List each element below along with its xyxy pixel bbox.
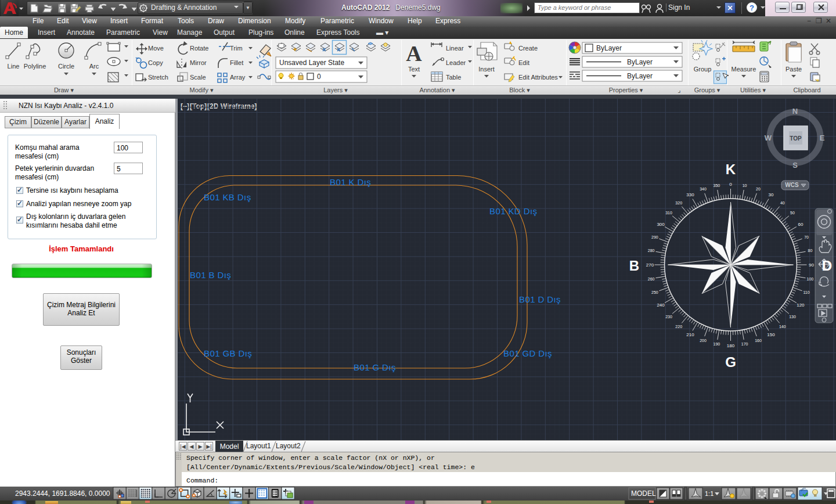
svg-text:180: 180 — [727, 343, 735, 348]
svg-text:90: 90 — [809, 262, 814, 268]
svg-text:W: W — [765, 134, 772, 142]
svg-text:50: 50 — [790, 211, 795, 215]
svg-text:260: 260 — [648, 277, 655, 281]
svg-text:350: 350 — [714, 183, 720, 188]
svg-text:130: 130 — [789, 315, 796, 319]
svg-text:100: 100 — [807, 277, 814, 281]
svg-text:330: 330 — [686, 192, 694, 197]
svg-text:210: 210 — [686, 332, 694, 337]
svg-text:240: 240 — [657, 303, 665, 308]
svg-text:230: 230 — [665, 315, 672, 319]
svg-text:140: 140 — [779, 325, 786, 329]
svg-text:0: 0 — [317, 73, 321, 81]
svg-text:340: 340 — [700, 187, 707, 191]
svg-text:80: 80 — [808, 249, 813, 253]
svg-text:290: 290 — [651, 235, 658, 239]
svg-text:ByLayer: ByLayer — [627, 58, 653, 66]
svg-text:300: 300 — [657, 222, 665, 227]
svg-text:20: 20 — [756, 187, 761, 191]
svg-text:B: B — [629, 258, 639, 273]
svg-text:30: 30 — [769, 192, 774, 197]
svg-text:200: 200 — [700, 339, 707, 343]
svg-text:Unsaved Layer State: Unsaved Layer State — [279, 59, 344, 67]
svg-text:Insert: Insert — [478, 66, 495, 73]
svg-text:1:1: 1:1 — [705, 490, 714, 497]
svg-text:110: 110 — [803, 290, 810, 294]
svg-text:270: 270 — [646, 262, 654, 268]
svg-text:70: 70 — [804, 235, 809, 239]
svg-text:150: 150 — [767, 332, 775, 337]
svg-text:10: 10 — [743, 183, 747, 188]
svg-text:Group: Group — [694, 66, 712, 73]
svg-text:N: N — [792, 107, 798, 116]
svg-text:40: 40 — [780, 201, 785, 205]
svg-text:E: E — [820, 134, 825, 142]
svg-text:ByLayer: ByLayer — [627, 72, 653, 80]
svg-text:60: 60 — [798, 222, 803, 227]
svg-text:D: D — [822, 258, 832, 273]
svg-text:310: 310 — [665, 211, 672, 215]
svg-text:280: 280 — [648, 249, 655, 253]
svg-text:170: 170 — [741, 342, 748, 346]
svg-text:ByLayer: ByLayer — [596, 44, 622, 52]
svg-text:K: K — [726, 161, 736, 177]
svg-text:Measure: Measure — [732, 66, 756, 73]
svg-text:250: 250 — [651, 290, 658, 294]
svg-text:120: 120 — [797, 303, 805, 308]
svg-text:WCS: WCS — [785, 182, 799, 188]
svg-text:220: 220 — [675, 325, 682, 329]
svg-text:TOP: TOP — [790, 135, 802, 142]
svg-text:S: S — [792, 161, 798, 170]
svg-text:320: 320 — [675, 201, 682, 205]
svg-text:A: A — [406, 41, 422, 66]
svg-text:0: 0 — [729, 182, 732, 187]
svg-text:190: 190 — [714, 342, 720, 346]
svg-text:Text: Text — [408, 66, 420, 73]
svg-text:160: 160 — [755, 339, 762, 343]
svg-text:Paste: Paste — [785, 66, 802, 73]
svg-text:G: G — [725, 354, 736, 370]
